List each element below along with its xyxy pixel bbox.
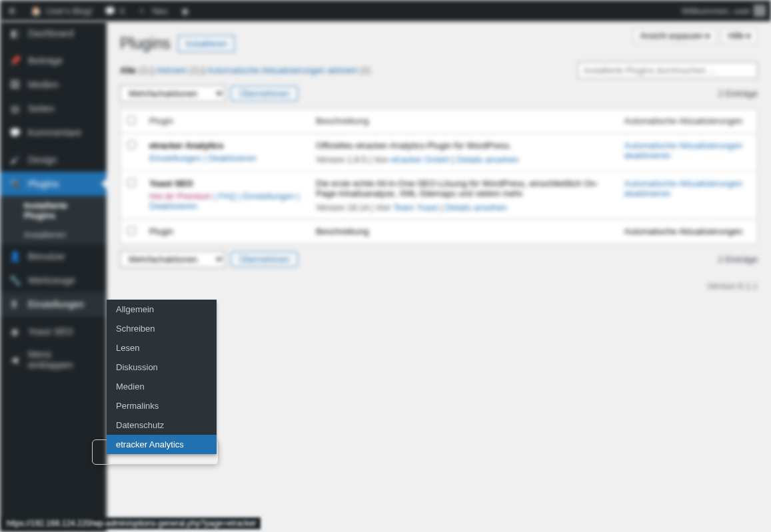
page-title: Plugins xyxy=(120,35,170,53)
yoast-icon: ◉ xyxy=(8,325,21,338)
yoast-bar-icon[interactable]: ◉ xyxy=(179,4,192,17)
details-link[interactable]: Details ansehen xyxy=(445,202,507,212)
home-icon: 🏠 xyxy=(29,4,43,17)
filter-all[interactable]: Alle (2) xyxy=(120,65,149,75)
account-link[interactable]: Willkommen, user xyxy=(682,5,766,17)
plugin-actions[interactable]: Einstellungen | Deaktivieren xyxy=(149,153,257,163)
select-all-checkbox[interactable] xyxy=(127,116,136,125)
flyout-permalinks[interactable]: Permalinks xyxy=(107,396,217,415)
search-input[interactable] xyxy=(578,62,758,79)
submenu-install[interactable]: Installieren xyxy=(0,225,107,244)
auto-update-toggle[interactable]: Automatische Aktualisierungen deaktivier… xyxy=(624,140,743,160)
table-row: etracker Analytics Einstellungen | Deakt… xyxy=(121,134,758,172)
entries-count-bottom: 2 Einträge xyxy=(718,254,758,264)
flyout-general[interactable]: Allgemein xyxy=(107,300,217,319)
sidebar-item-collapse[interactable]: ◀Menü einklappen xyxy=(0,344,107,376)
admin-bar: ⚙ 🏠User's Blog! 💬0 +Neu ◉ Willkommen, us… xyxy=(0,0,771,21)
sidebar-item-comments[interactable]: 💬Kommentare xyxy=(0,121,107,144)
wrench-icon: 🔧 xyxy=(8,274,21,287)
plugin-name: Yoast SEO xyxy=(149,178,303,188)
premium-link[interactable]: Hol dir Premium xyxy=(149,191,211,201)
screen-options-button[interactable]: Ansicht anpassen ▾ xyxy=(633,28,717,44)
sidebar-item-users[interactable]: 👤Benutzer xyxy=(0,244,107,268)
wp-logo[interactable]: ⚙ xyxy=(5,4,19,17)
sidebar-item-posts[interactable]: 📌Beiträge xyxy=(0,49,107,73)
new-label: Neu xyxy=(152,6,168,16)
bulk-action-select-bottom[interactable]: Mehrfachaktionen xyxy=(120,251,225,268)
col-plugin: Plugin xyxy=(143,109,309,134)
filter-auto-updates[interactable]: Automatische Aktualisierungen aktiviert … xyxy=(207,65,371,75)
plus-icon: + xyxy=(135,4,149,17)
flyout-reading[interactable]: Lesen xyxy=(107,338,217,358)
admin-sidebar: ◧Dashboard 📌Beiträge 🖼Medien ▤Seiten 💬Ko… xyxy=(0,21,107,532)
main-content: Ansicht anpassen ▾ Hilfe ▾ Plugins Insta… xyxy=(107,21,771,532)
sidebar-item-yoast[interactable]: ◉Yoast SEO xyxy=(0,320,107,344)
apply-button-bottom[interactable]: Übernehmen xyxy=(231,252,298,267)
sliders-icon: 🎚 xyxy=(8,298,21,311)
wordpress-icon: ⚙ xyxy=(5,4,19,17)
details-link[interactable]: Details ansehen xyxy=(456,154,518,164)
col-auto: Automatische Aktualisierungen xyxy=(618,109,758,134)
sidebar-item-media[interactable]: 🖼Medien xyxy=(0,73,107,97)
media-icon: 🖼 xyxy=(8,78,21,91)
row-checkbox[interactable] xyxy=(127,178,136,187)
row-checkbox[interactable] xyxy=(127,140,136,149)
sidebar-item-dashboard[interactable]: ◧Dashboard xyxy=(0,21,107,45)
flyout-writing[interactable]: Schreiben xyxy=(107,319,217,338)
flyout-discussion[interactable]: Diskussion xyxy=(107,358,217,377)
comment-icon: 💬 xyxy=(8,126,21,139)
comments-link[interactable]: 💬0 xyxy=(103,4,125,17)
dashboard-icon: ◧ xyxy=(8,27,21,40)
site-name: User's Blog! xyxy=(46,6,93,16)
site-link[interactable]: 🏠User's Blog! xyxy=(29,4,93,17)
yoast-icon: ◉ xyxy=(179,4,192,17)
comments-count: 0 xyxy=(120,6,125,16)
settings-flyout: Allgemein Schreiben Lesen Diskussion Med… xyxy=(107,300,217,454)
table-row: Yoast SEO Hol dir Premium | FAQ | Einste… xyxy=(121,172,758,220)
sidebar-item-tools[interactable]: 🔧Werkzeuge xyxy=(0,268,107,292)
col-desc: Beschreibung xyxy=(309,109,618,134)
sidebar-item-plugins[interactable]: 🔌Plugins xyxy=(0,172,107,196)
plugin-icon: 🔌 xyxy=(8,177,21,190)
plugins-submenu: Installierte Plugins Installieren xyxy=(0,196,107,244)
welcome-text: Willkommen, user xyxy=(682,6,750,16)
user-icon: 👤 xyxy=(8,250,21,263)
plugin-meta: Version 19.14 | Von Team Yoast | Details… xyxy=(316,202,611,212)
plugin-description: Die erste echte All-in-One-SEO-Lösung fü… xyxy=(316,178,611,198)
author-link[interactable]: Team Yoast xyxy=(393,202,438,212)
collapse-icon: ◀ xyxy=(8,353,21,366)
apply-button[interactable]: Übernehmen xyxy=(231,86,298,101)
page-icon: ▤ xyxy=(8,102,21,115)
flyout-media[interactable]: Medien xyxy=(107,377,217,396)
new-link[interactable]: +Neu xyxy=(135,4,168,17)
author-link[interactable]: etracker GmbH xyxy=(391,154,450,164)
sidebar-item-settings[interactable]: 🎚Einstellungen xyxy=(0,292,107,316)
help-button[interactable]: Hilfe ▾ xyxy=(721,28,758,44)
wp-version: Version 6.1.1 xyxy=(707,281,758,291)
plugin-name: etracker Analytics xyxy=(149,140,303,150)
bulk-action-select[interactable]: Mehrfachaktionen xyxy=(120,85,225,102)
flyout-privacy[interactable]: Datenschutz xyxy=(107,415,217,435)
flyout-etracker[interactable]: etracker Analytics xyxy=(107,435,217,454)
plugin-meta: Version 1.8.5 | Von etracker GmbH | Deta… xyxy=(316,154,611,164)
select-all-checkbox-footer[interactable] xyxy=(127,226,136,235)
submenu-installed-plugins[interactable]: Installierte Plugins xyxy=(0,196,107,225)
entries-count: 2 Einträge xyxy=(718,89,758,99)
avatar-icon xyxy=(754,5,766,17)
plugin-description: Offizielles etracker-Analytics-Plugin fü… xyxy=(316,140,611,150)
sidebar-item-pages[interactable]: ▤Seiten xyxy=(0,97,107,121)
brush-icon: 🖌 xyxy=(8,153,21,166)
auto-update-toggle[interactable]: Automatische Aktualisierungen deaktivier… xyxy=(624,178,743,198)
comment-icon: 💬 xyxy=(103,4,117,17)
sidebar-item-appearance[interactable]: 🖌Design xyxy=(0,148,107,172)
install-plugin-button[interactable]: Installieren xyxy=(178,35,235,52)
plugins-table: Plugin Beschreibung Automatische Aktuali… xyxy=(120,109,758,244)
status-url: https://192.168.124.220/wp-admin/options… xyxy=(3,517,261,529)
filter-active[interactable]: Aktiviert (2) xyxy=(156,65,200,75)
pin-icon: 📌 xyxy=(8,54,21,67)
